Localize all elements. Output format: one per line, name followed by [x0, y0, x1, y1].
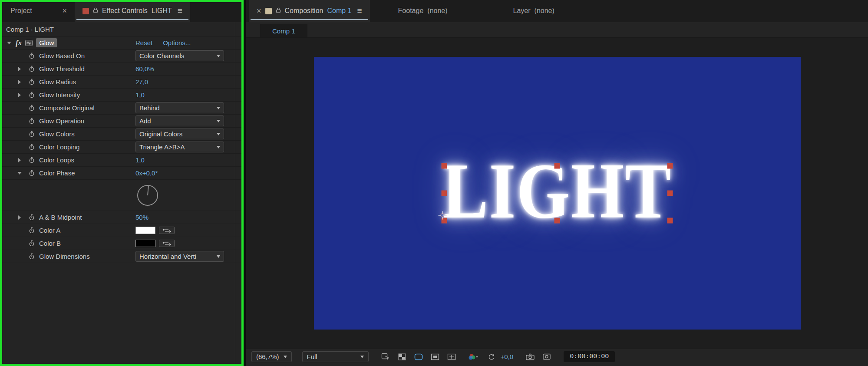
preview-options-icon[interactable] — [379, 352, 392, 362]
show-channel-icon[interactable] — [467, 352, 480, 362]
param-row-glow-operation: Glow Operation Add — [0, 115, 244, 128]
transparency-grid-icon[interactable] — [396, 352, 409, 362]
selection-handle-bottom-center[interactable] — [554, 218, 560, 224]
lock-icon[interactable] — [93, 7, 98, 15]
glow-operation-dropdown[interactable]: Add — [135, 115, 224, 126]
text-layer-selection[interactable]: LIGHT — [444, 166, 670, 221]
param-label: Color A — [39, 227, 135, 234]
tab-composition[interactable]: × Composition Comp 1 ≡ — [249, 0, 370, 22]
close-icon[interactable]: × — [62, 7, 67, 15]
effect-name[interactable]: Glow — [36, 38, 57, 47]
selection-handle-mid-left[interactable] — [442, 191, 447, 196]
region-of-interest-icon[interactable] — [429, 352, 442, 362]
glow-dimensions-dropdown[interactable]: Horizontal and Verti — [135, 251, 224, 262]
stopwatch-icon[interactable] — [27, 144, 36, 150]
selection-handle-mid-right[interactable] — [667, 191, 673, 196]
tab-project[interactable]: Project × — [3, 0, 75, 22]
selection-handle-top-left[interactable] — [442, 163, 447, 169]
stopwatch-icon[interactable] — [27, 240, 36, 247]
lock-icon[interactable] — [276, 7, 281, 15]
stopwatch-icon[interactable] — [27, 253, 36, 260]
color-b-swatch[interactable] — [135, 240, 155, 247]
collapse-chevron-icon[interactable] — [7, 42, 11, 44]
selection-handle-top-center[interactable] — [554, 163, 560, 169]
param-row-ab-midpoint: A & B Midpoint 50% — [0, 211, 244, 224]
color-b-arrows-icon[interactable] — [159, 240, 175, 247]
grid-guides-icon[interactable] — [445, 352, 458, 362]
expand-chevron-icon[interactable] — [18, 158, 21, 162]
comp-canvas[interactable]: LIGHT — [314, 57, 801, 330]
glow-colors-dropdown[interactable]: Original Colors — [135, 129, 224, 139]
exposure-value[interactable]: +0,0 — [501, 353, 514, 360]
collapse-chevron-icon[interactable] — [17, 172, 22, 175]
param-row-glow-colors: Glow Colors Original Colors — [0, 128, 244, 141]
stopwatch-icon[interactable] — [27, 79, 36, 85]
tab-footage[interactable]: Footage (none) — [390, 0, 455, 22]
stopwatch-icon[interactable] — [27, 170, 36, 176]
effect-icon — [25, 40, 33, 46]
panel-menu-icon[interactable]: ≡ — [178, 6, 182, 16]
chevron-down-icon — [217, 255, 220, 258]
tab-layer-value: (none) — [535, 7, 554, 15]
glow-threshold-value[interactable]: 60,0% — [135, 65, 154, 73]
param-label: Glow Colors — [39, 130, 135, 138]
param-label: Glow Based On — [39, 52, 135, 59]
selection-handle-top-right[interactable] — [667, 163, 673, 169]
param-label: Glow Dimensions — [39, 253, 135, 260]
selection-handle-bottom-right[interactable] — [667, 218, 673, 224]
param-row-color-a: Color A — [0, 224, 244, 237]
composite-original-dropdown[interactable]: Behind — [135, 102, 224, 113]
glow-based-on-dropdown[interactable]: Color Channels — [135, 50, 224, 61]
tab-project-label: Project — [10, 7, 32, 15]
reset-exposure-icon[interactable] — [485, 352, 498, 362]
glow-radius-value[interactable]: 27,0 — [135, 78, 148, 86]
param-row-color-looping: Color Looping Triangle A>B>A — [0, 141, 244, 154]
stopwatch-icon[interactable] — [27, 92, 36, 98]
stopwatch-icon[interactable] — [27, 53, 36, 59]
color-a-arrows-icon[interactable] — [159, 227, 175, 234]
mask-visibility-icon[interactable] — [412, 352, 425, 362]
zoom-dropdown[interactable]: (66,7%) — [251, 351, 292, 362]
panel-menu-icon[interactable]: ≡ — [357, 6, 362, 16]
comp-toolbar: (66,7%) Full — [246, 349, 868, 366]
expand-chevron-icon[interactable] — [18, 67, 21, 71]
stopwatch-icon[interactable] — [27, 118, 36, 124]
resolution-dropdown[interactable]: Full — [302, 351, 369, 362]
param-label: Color Phase — [39, 169, 135, 177]
anchor-point-icon[interactable] — [438, 211, 447, 221]
color-loops-value[interactable]: 1,0 — [135, 156, 145, 164]
param-row-glow-intensity: Glow Intensity 1,0 — [0, 89, 244, 102]
tab-layer-label: Layer — [513, 7, 531, 15]
param-row-color-phase: Color Phase 0x+0,0° — [0, 167, 244, 180]
tab-composition-label: Composition — [285, 7, 323, 15]
stopwatch-icon[interactable] — [27, 157, 36, 163]
show-snapshot-icon[interactable] — [540, 352, 553, 362]
tab-layer[interactable]: Layer (none) — [505, 0, 562, 22]
stopwatch-icon[interactable] — [27, 131, 36, 137]
reset-button[interactable]: Reset — [135, 39, 152, 46]
color-a-swatch[interactable] — [135, 227, 155, 234]
expand-chevron-icon[interactable] — [18, 93, 21, 97]
viewer-tab-comp1[interactable]: Comp 1 — [260, 24, 307, 37]
stopwatch-icon[interactable] — [27, 66, 36, 72]
param-label: Color Loops — [39, 156, 135, 164]
param-label: Glow Intensity — [39, 91, 135, 99]
expand-chevron-icon[interactable] — [18, 80, 21, 84]
glow-intensity-value[interactable]: 1,0 — [135, 91, 145, 99]
color-phase-dial[interactable] — [135, 183, 160, 208]
timecode-display[interactable]: 0:00:00:00 — [564, 351, 615, 362]
options-button[interactable]: Options... — [163, 39, 191, 46]
color-looping-dropdown[interactable]: Triangle A>B>A — [135, 142, 224, 152]
stopwatch-icon[interactable] — [27, 227, 36, 234]
tab-effect-controls-comp: LIGHT — [152, 7, 172, 15]
color-phase-value[interactable]: 0x+0,0° — [135, 169, 158, 177]
ab-midpoint-value[interactable]: 50% — [135, 214, 149, 221]
tab-effect-controls[interactable]: Effect Controls LIGHT ≡ — [75, 0, 190, 22]
stopwatch-icon[interactable] — [27, 214, 36, 221]
close-icon[interactable]: × — [257, 7, 261, 15]
take-snapshot-icon[interactable] — [524, 352, 537, 362]
expand-chevron-icon[interactable] — [18, 215, 21, 220]
composition-panel: × Composition Comp 1 ≡ Footage (none) La… — [246, 0, 868, 366]
stopwatch-icon[interactable] — [27, 105, 36, 111]
composition-viewer[interactable]: LIGHT — [246, 38, 868, 349]
